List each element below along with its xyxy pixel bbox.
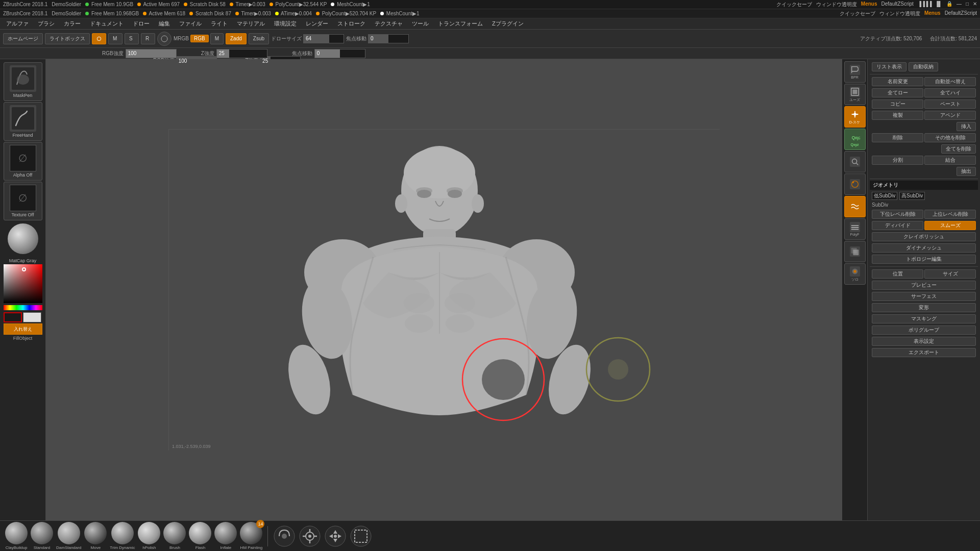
select-tool[interactable] (350, 525, 372, 547)
preview-button[interactable]: プレビュー (872, 281, 976, 290)
menu-item-draw[interactable]: ドロー (129, 19, 154, 29)
rgb-intensity-slider-row2[interactable]: 100 (126, 49, 177, 58)
position-button[interactable]: 位置 (872, 269, 923, 279)
high-subdiv-input[interactable] (899, 192, 925, 200)
focal-shift-slider-row2[interactable]: 0 (314, 49, 365, 58)
bpr-button[interactable]: BPR (844, 61, 866, 83)
search-button[interactable] (844, 151, 866, 172)
m-button[interactable]: M (210, 33, 224, 44)
list-view-button[interactable]: リスト表示 (872, 62, 906, 71)
menu-item-edit[interactable]: 編集 (155, 19, 174, 29)
move-tool[interactable]: Move (84, 522, 107, 550)
rgb-button[interactable]: RGB (190, 35, 209, 42)
menu-item-env[interactable]: 環境設定 (270, 19, 301, 29)
insert-button[interactable]: 挿入 (957, 122, 976, 131)
foreground-color-swatch[interactable] (4, 312, 22, 322)
auto-sort-button[interactable]: 自動並べ替え (924, 77, 976, 86)
linefill-button[interactable]: PolyF (844, 218, 866, 240)
default-zscript-label[interactable]: DefaultZScript (881, 1, 914, 8)
hm-painting-tool[interactable]: 14 HM Painting (240, 522, 262, 550)
inflate-tool[interactable]: Inflate (214, 522, 237, 550)
brush-tool[interactable]: Brush (163, 522, 186, 550)
z-intensity-slider-row2[interactable]: 25 (216, 49, 267, 58)
rotate-view-tool[interactable] (273, 525, 296, 547)
menu-item-transform[interactable]: トランスフォーム (434, 19, 487, 29)
split-button[interactable]: 分割 (872, 156, 923, 165)
background-color-swatch[interactable] (23, 312, 41, 322)
alpha-off-button[interactable]: ∅ Alpha Off (4, 142, 42, 181)
window-transparent-label-2[interactable]: ウィンドウ透明度 (879, 10, 920, 17)
settings-tool[interactable] (299, 525, 321, 547)
delete-button[interactable]: 削除 (872, 133, 923, 142)
higher-subdiv-button[interactable]: 上位レベル削除 (924, 210, 976, 219)
polygroup-button[interactable]: ポリグループ (872, 325, 976, 335)
maskpen-brush[interactable]: MaskPen (4, 62, 42, 101)
smooth-button-main[interactable]: スムーズ (924, 221, 976, 230)
surface-button[interactable]: サーフェス (872, 292, 976, 301)
damstandard-tool[interactable]: DamStandard (56, 522, 81, 550)
delete-all-button[interactable]: 全てを削除 (941, 144, 976, 154)
lower-subdiv-button[interactable]: 下位レベル削除 (872, 210, 923, 219)
menu-item-stroke[interactable]: ストローク (333, 19, 370, 29)
standard-tool[interactable]: Standard (31, 522, 53, 550)
pan-tool[interactable] (324, 525, 347, 547)
duplicate-button[interactable]: 複製 (872, 111, 923, 120)
dscale-button[interactable]: D-スケ (844, 106, 866, 128)
flash-tool[interactable]: Flash (189, 522, 211, 550)
quick-save-label-2[interactable]: クイックセーブ (840, 10, 875, 17)
use-button[interactable]: ユーズ (844, 84, 866, 105)
claybuildup-tool[interactable]: ClayBuildup (5, 522, 28, 550)
hue-slider[interactable] (4, 305, 42, 310)
all-low-button[interactable]: 全てロー (872, 88, 923, 97)
size-button[interactable]: サイズ (924, 269, 976, 279)
paste-button[interactable]: ペースト (924, 99, 976, 109)
menu-item-alpha[interactable]: アルファ (2, 19, 33, 29)
matcap-sphere[interactable] (8, 223, 38, 254)
auto-collect-button[interactable]: 自動収納 (909, 62, 938, 71)
display-button[interactable]: 表示設定 (872, 337, 976, 346)
menu-item-color[interactable]: カラー (60, 19, 85, 29)
canvas-area[interactable]: 1.031,-2.539,0.039 (46, 59, 842, 520)
zadd-button[interactable]: Zadd (226, 33, 247, 44)
lightbox-button[interactable]: ライトボックス (45, 33, 90, 44)
quick-save-label[interactable]: クイックセーブ (776, 1, 812, 8)
draw-size-slider[interactable]: 64 (303, 34, 344, 43)
menus-label[interactable]: Menus (861, 1, 877, 8)
scale-button[interactable]: S (125, 33, 139, 44)
freehand-brush[interactable]: FreeHand (4, 102, 42, 141)
qxyz-button[interactable]: Qxyz Qxyz (844, 129, 866, 150)
menu-item-zplugin[interactable]: Zプラグイン (488, 19, 528, 29)
window-transparent-label[interactable]: ウィンドウ透明度 (816, 1, 857, 8)
export-button[interactable]: エクスポート (872, 348, 976, 357)
solo-button[interactable]: ソロ (844, 263, 866, 285)
menu-item-brush[interactable]: ブラシ (34, 19, 59, 29)
delete-other-button[interactable]: その他を削除 (924, 133, 976, 142)
sculpt-button[interactable] (844, 173, 866, 195)
menu-item-material[interactable]: マテリアル (233, 19, 269, 29)
swap-button[interactable]: 入れ替え (4, 323, 42, 335)
move-button[interactable]: M (108, 33, 122, 44)
menus-label-2[interactable]: Menus (924, 10, 941, 17)
masking-button[interactable]: マスキング (872, 314, 976, 323)
all-high-button[interactable]: 全てハイ (924, 88, 976, 97)
low-subdiv-input[interactable] (872, 192, 897, 200)
menu-item-file[interactable]: ファイル (175, 19, 206, 29)
merge-button[interactable]: 結合 (924, 156, 976, 165)
color-gradient[interactable] (4, 264, 42, 303)
copy-button[interactable]: コピー (872, 99, 923, 109)
append-button[interactable]: アペンド (924, 111, 976, 120)
menu-item-render[interactable]: レンダー (302, 19, 332, 29)
hpolish-tool[interactable]: hPolish (138, 522, 160, 550)
draw-mode-button[interactable] (92, 33, 106, 44)
menu-item-tool[interactable]: ツール (408, 19, 433, 29)
focal-shift-slider[interactable]: 0 (368, 34, 409, 43)
menu-item-light[interactable]: ライト (207, 19, 232, 29)
color-picker[interactable]: 入れ替え FillObject (4, 264, 42, 341)
deform-button[interactable]: 変形 (872, 303, 976, 312)
clay-polish-button[interactable]: クレイポリッシュ (872, 232, 976, 241)
divide-button[interactable]: ディバイド (872, 221, 923, 230)
smooth-button[interactable] (844, 196, 866, 217)
topology-button[interactable]: トポロジー編集 (872, 255, 976, 264)
extract-button[interactable]: 抽出 (957, 167, 976, 176)
home-button[interactable]: ホームページ (3, 33, 43, 44)
